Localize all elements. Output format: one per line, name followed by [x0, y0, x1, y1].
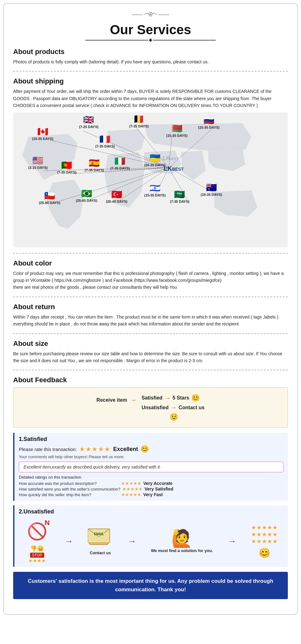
receive-label-wrapper: Receive item →: [97, 394, 137, 404]
divider-5: [13, 370, 288, 370]
feedback-flow-wrapper: Receive item → Satisfied → 5 Stars 😊 Uns…: [97, 394, 205, 421]
contact-us-label: Contact us: [90, 550, 111, 555]
unsat-arrow-2: →: [128, 536, 136, 546]
rating-stars-3: ★★★★★: [121, 492, 141, 497]
flag-be: 🇧🇪 (7-35 DAYS): [129, 115, 149, 128]
no-sign-container: 🚫 N: [24, 519, 50, 544]
flag-au: 🇦🇺 (10-35 DAYS): [201, 183, 222, 196]
arrow-1: →: [130, 396, 136, 404]
section-color: About color Color of product may vary, w…: [13, 259, 288, 291]
flag-br: 🇧🇷 (25-65 DAYS): [76, 189, 97, 202]
section-shipping: About shipping After payment of Your ord…: [13, 77, 288, 247]
satisfied-flow-line: Satisfied → 5 Stars 😊: [141, 394, 204, 402]
products-title: About products: [13, 48, 288, 56]
arrow-3: →: [171, 404, 177, 411]
unsat-arrow-3: →: [228, 536, 236, 546]
stars-label: 5 Stars: [172, 395, 189, 401]
excellent-label: Excellent: [113, 446, 138, 453]
receive-label: Receive item: [97, 397, 127, 403]
rating-row-3: How quickly did the seller ship the item…: [19, 492, 283, 497]
feedback-flow-box: Receive item → Satisfied → 5 Stars 😊 Uns…: [13, 387, 288, 428]
rating-question-3: How quickly did the seller ship the item…: [19, 492, 119, 497]
flag-it: 🇮🇹 (7-35 DAYS): [110, 157, 130, 170]
feedback-branches: Satisfied → 5 Stars 😊 Unsatisfied → Cont…: [141, 394, 204, 421]
divider-3: [13, 297, 288, 297]
help-text: Your comments will help other buyers! Pl…: [19, 454, 283, 459]
color-text: Color of product may vary, we must remem…: [13, 270, 288, 291]
color-title: About color: [13, 259, 288, 267]
products-text: Photos of products is fully comply with …: [13, 58, 288, 65]
rating-question-2: How satisfied were you with the seller's…: [19, 487, 120, 491]
detailed-title: Detailed ratings on this transaction: [19, 475, 283, 480]
divider-4: [13, 333, 288, 334]
flag-es: 🇪🇸 (7-35 DAYS): [85, 159, 104, 172]
flag-sa: 🇸🇦 (7-35 DAYS): [170, 190, 189, 203]
rating-stars-1: ★★★★★: [121, 481, 141, 486]
arrow-2: →: [164, 394, 171, 402]
no-sign-icon: 🚫: [27, 523, 47, 539]
happy-result-emoji: 😊: [259, 547, 270, 558]
rating-row-1: How accurate was the product description…: [19, 481, 283, 486]
unsatisfied-section: 2.Unsatisfied 🚫 N 👎😠 STOP ★★★★ →: [13, 505, 288, 567]
rating-row-2: How satisfied were you with the seller's…: [19, 486, 283, 491]
flag-il: 🇮🇱 (15-35 DAYS): [144, 184, 166, 197]
flag-ru: 🇷🇺 (15-35 DAYS): [198, 116, 219, 129]
unsat-stars-1: ★★★★: [28, 558, 46, 564]
satisfied-section: 1.Satisfied Please rate this transaction…: [13, 433, 288, 501]
stars-row-2: ★★★★★: [251, 531, 278, 538]
comment-box: Excellent item,exactly as described,quic…: [19, 462, 283, 472]
rating-value-1: Very Accurate: [143, 481, 172, 486]
title-underline: [13, 39, 288, 41]
page-wrapper: Our Services About products Photos of pr…: [3, 3, 298, 615]
stop-badge: STOP: [30, 553, 44, 558]
shipping-title: About shipping: [13, 77, 288, 85]
flag-gb: 🇬🇧 (7-25 DAYS): [79, 115, 98, 129]
section-feedback: About Feedback Receive item → Satisfied …: [13, 376, 288, 599]
unsat-flow: 🚫 N 👎😠 STOP ★★★★ →: [19, 519, 283, 564]
rating-value-3: Very Fast: [143, 492, 163, 497]
stars-row-1: ★★★★★: [251, 524, 278, 531]
section-size: About size Be sure before purchasing ple…: [13, 340, 288, 364]
svg-text:EMAIL: EMAIL: [94, 532, 104, 536]
satisfied-section-title: 1.Satisfied: [19, 436, 283, 443]
flag-cl: 🇨🇱 (25-90 DAYS): [39, 191, 60, 205]
flag-ca: 🇨🇦 (10-35 DAYS): [32, 127, 53, 141]
world-map-svg: LK BEST: [13, 112, 288, 247]
rating-stars: ★★★★★: [79, 445, 111, 453]
flag-pt: 🇵🇹 (7-35 DAYS): [57, 161, 77, 174]
section-products: About products Photos of products is ful…: [13, 48, 288, 65]
rating-stars-2: ★★★★★: [122, 486, 143, 491]
unsat-item-email: EMAIL Contact us: [88, 527, 113, 555]
contact-label: Contact us: [179, 405, 205, 411]
lkbest-logo: LKBEST: [164, 165, 184, 172]
comment-text: Excellent item,exactly as described,quic…: [24, 464, 161, 470]
bottom-message: Customers' satisfaction is the most impo…: [13, 572, 288, 599]
divider-1: [13, 71, 288, 72]
unsatisfied-flow-line: Unsatisfied → Contact us: [141, 404, 204, 411]
rate-row: Please rate this transaction: ★★★★★ Exce…: [19, 445, 283, 453]
svg-text:BEST: BEST: [169, 156, 178, 160]
main-title: Our Services: [13, 22, 288, 37]
excellent-emoji: 😊: [140, 445, 149, 453]
dislike-icon: 👎😠: [30, 545, 44, 552]
shipping-text: After payment of Your order, we will shi…: [13, 88, 288, 109]
solution-label: We must find a solution for you.: [151, 548, 213, 553]
email-svg: EMAIL: [88, 527, 113, 546]
shipping-map: LK BEST: [13, 112, 288, 247]
return-title: About return: [13, 303, 288, 311]
email-icon-container: EMAIL: [88, 527, 113, 549]
size-text: Be sure before purchasing please review …: [13, 350, 288, 364]
no-extras: 👎😠 STOP ★★★★: [28, 545, 46, 564]
unsat-arrow-1: →: [64, 536, 73, 546]
flag-tr: 🇹🇷 (20-40 DAYS): [106, 190, 127, 203]
feedback-title: About Feedback: [13, 376, 288, 384]
rate-label: Please rate this transaction:: [19, 447, 77, 452]
unsatisfied-label: Unsatisfied: [141, 405, 168, 411]
happy-emoji: 😊: [191, 394, 200, 402]
sad-emoji: 😟: [170, 413, 178, 421]
flag-fr: 🇫🇷 (7-35 DAYS): [95, 135, 115, 148]
unsat-result-stars: ★★★★★ ★★★★★ ★★★★★: [251, 524, 278, 545]
section-return: About return Within 7 days after receipt…: [13, 303, 288, 328]
flag-us: 🇺🇸 (3-15 DAYS): [28, 156, 48, 169]
return-text: Within 7 days after receipt , You can re…: [13, 314, 288, 328]
